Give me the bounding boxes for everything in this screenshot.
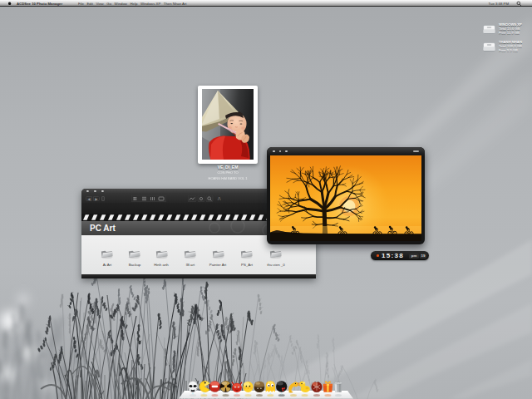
svg-text:/\: /\ xyxy=(218,196,221,201)
